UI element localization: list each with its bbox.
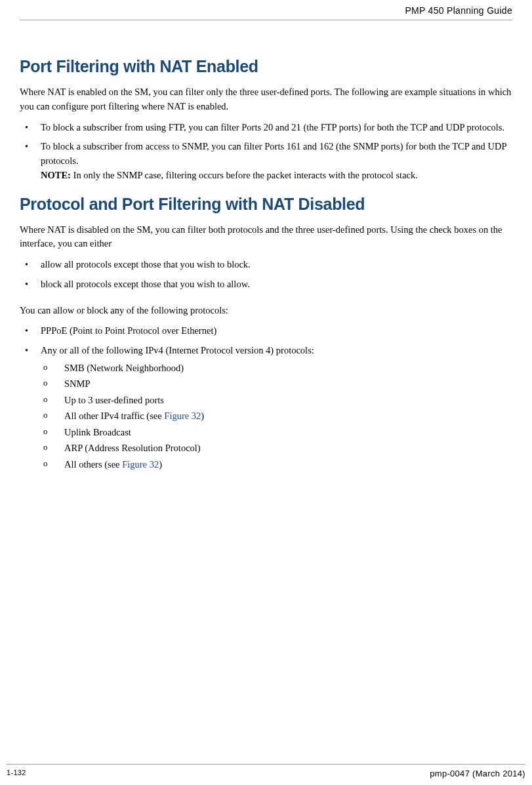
section2-heading: Protocol and Port Filtering with NAT Dis… [20,195,512,214]
page-header: PMP 450 Planning Guide [20,0,512,20]
section2-list2: PPPoE (Point to Point Protocol over Ethe… [20,324,512,472]
section1-heading: Port Filtering with NAT Enabled [20,57,512,76]
sub-list: SMB (Network Neighborhood) SNMP Up to 3 … [41,361,512,472]
list-item: PPPoE (Point to Point Protocol over Ethe… [20,324,512,338]
figure-link[interactable]: Figure 32 [164,411,201,421]
content-area: Port Filtering with NAT Enabled Where NA… [20,20,512,472]
sub-list-item: SNMP [41,376,512,391]
sub-item-post: ) [201,411,204,421]
list-item: allow all protocols except those that yo… [20,258,512,272]
note-label: NOTE: [41,170,71,180]
section2-list1: allow all protocols except those that yo… [20,258,512,292]
sub-list-item: All others (see Figure 32) [41,457,512,472]
sub-item-pre: All others (see [64,459,122,470]
sub-list-item: Uplink Broadcast [41,425,512,439]
section2-intro: Where NAT is disabled on the SM, you can… [20,223,512,252]
sub-item-pre: All other IPv4 traffic (see [64,411,164,421]
list-item: To block a subscriber from access to SNM… [20,140,512,182]
list-item: To block a subscriber from using FTP, yo… [20,121,512,135]
list-item-text: To block a subscriber from access to SNM… [41,141,506,166]
page-footer: 1-132 pmp-0047 (March 2014) [7,764,525,778]
header-title: PMP 450 Planning Guide [405,5,512,16]
sub-list-item: ARP (Address Resolution Protocol) [41,441,512,455]
list-item: block all protocols except those that yo… [20,277,512,292]
sub-list-item: Up to 3 user-defined ports [41,393,512,407]
doc-id: pmp-0047 (March 2014) [430,769,525,778]
list-item-text: Any or all of the following IPv4 (Intern… [41,345,314,355]
section1-list: To block a subscriber from using FTP, yo… [20,121,512,183]
section2-para2: You can allow or block any of the follow… [20,304,512,318]
section1-intro: Where NAT is enabled on the SM, you can … [20,85,512,114]
page-number: 1-132 [7,769,26,778]
sub-item-post: ) [159,459,162,470]
list-item: Any or all of the following IPv4 (Intern… [20,344,512,472]
sub-list-item: SMB (Network Neighborhood) [41,361,512,375]
sub-list-item: All other IPv4 traffic (see Figure 32) [41,409,512,423]
note-text: In only the SNMP case, filtering occurs … [71,170,418,180]
figure-link[interactable]: Figure 32 [122,459,159,470]
